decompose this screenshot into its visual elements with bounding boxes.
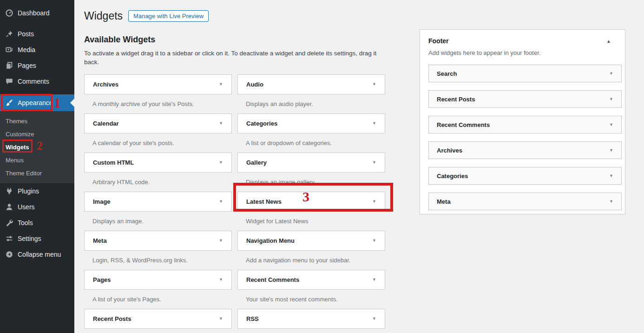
widget-cell: Image ▼ Displays an image.	[84, 192, 232, 225]
widget-description: Arbitrary HTML code.	[92, 179, 232, 186]
widget-meta[interactable]: Meta ▼	[84, 231, 232, 251]
footer-widget-categories[interactable]: Categories ▼	[428, 167, 622, 185]
widget-image[interactable]: Image ▼	[84, 192, 232, 212]
paintbrush-icon	[5, 99, 13, 107]
chevron-down-icon[interactable]: ▼	[219, 238, 223, 243]
chevron-down-icon[interactable]: ▼	[609, 71, 613, 76]
submenu-item-themes[interactable]: Themes	[0, 114, 74, 127]
widget-cell: Recent Posts ▼ Your site's most recent P…	[84, 309, 232, 333]
submenu-item-customize[interactable]: Customize	[0, 127, 74, 140]
widget-description: Displays an image.	[92, 218, 232, 225]
submenu-item-label: Menus	[6, 157, 24, 164]
sidebar-item-label: Pages	[18, 62, 36, 69]
footer-widget-recent-comments[interactable]: Recent Comments ▼	[428, 116, 622, 133]
wrench-icon	[5, 219, 13, 227]
submenu-item-theme-editor[interactable]: Theme Editor	[0, 166, 74, 180]
sidebar-item-media[interactable]: Media	[0, 42, 74, 58]
comment-bubble-icon	[5, 77, 13, 86]
widget-cell: Recent Comments ▼ Your site's most recen…	[237, 270, 385, 303]
chevron-down-icon[interactable]: ▼	[372, 316, 376, 321]
widget-description: A monthly archive of your site's Posts.	[92, 100, 232, 108]
chevron-down-icon[interactable]: ▼	[219, 82, 223, 87]
widget-title: Search	[437, 70, 457, 77]
appearance-submenu: Themes Customize Widgets Menus Theme Edi…	[0, 111, 74, 183]
camera-icon	[5, 46, 13, 54]
manage-with-live-preview-button[interactable]: Manage with Live Preview	[128, 10, 209, 22]
chevron-down-icon[interactable]: ▼	[372, 238, 376, 243]
submenu-item-label: Theme Editor	[6, 170, 42, 177]
footer-panel-title: Footer	[428, 37, 449, 45]
chevron-down-icon[interactable]: ▼	[372, 121, 376, 126]
widget-description: A list or dropdown of categories.	[246, 140, 385, 147]
available-widgets-grid: Archives ▼ A monthly archive of your sit…	[84, 74, 400, 333]
footer-widget-meta[interactable]: Meta ▼	[428, 193, 622, 210]
chevron-down-icon[interactable]: ▼	[609, 122, 613, 127]
widget-title: Calendar	[93, 120, 119, 127]
sidebar-item-appearance[interactable]: Appearance	[0, 94, 74, 111]
sidebar-item-comments[interactable]: Comments	[0, 73, 74, 89]
footer-widget-recent-posts[interactable]: Recent Posts ▼	[428, 90, 622, 108]
plug-icon	[5, 187, 13, 195]
sidebar-item-settings[interactable]: Settings	[0, 231, 74, 246]
submenu-item-widgets[interactable]: Widgets	[0, 140, 74, 153]
submenu-item-menus[interactable]: Menus	[0, 153, 74, 166]
chevron-down-icon[interactable]: ▼	[219, 316, 223, 321]
sidebar-item-posts[interactable]: Posts	[0, 26, 74, 42]
sidebar-item-label: Media	[18, 46, 35, 53]
widget-custom-html[interactable]: Custom HTML ▼	[84, 153, 232, 173]
chevron-down-icon[interactable]: ▼	[219, 277, 223, 282]
widget-title: Recent Posts	[93, 315, 131, 322]
sidebar-item-plugins[interactable]: Plugins	[0, 183, 74, 199]
widget-cell: Categories ▼ A list or dropdown of categ…	[237, 113, 385, 147]
widget-latest-news[interactable]: Latest News ▼	[237, 192, 385, 212]
chevron-down-icon[interactable]: ▼	[219, 121, 223, 126]
footer-widget-archives[interactable]: Archives ▼	[428, 141, 622, 159]
widget-rss[interactable]: RSS ▼	[237, 309, 385, 329]
sidebar-item-pages[interactable]: Pages	[0, 58, 74, 73]
widget-title: Archives	[93, 81, 118, 88]
chevron-down-icon[interactable]: ▼	[609, 97, 613, 101]
widget-title: Audio	[246, 81, 263, 88]
sidebar-item-tools[interactable]: Tools	[0, 215, 74, 231]
sidebar-item-users[interactable]: Users	[0, 199, 74, 215]
collapse-panel-icon[interactable]: ▲	[606, 39, 611, 44]
widget-categories[interactable]: Categories ▼	[237, 113, 385, 133]
page-title: Widgets	[84, 9, 123, 23]
widget-archives[interactable]: Archives ▼	[84, 74, 232, 94]
widget-title: Custom HTML	[93, 159, 134, 166]
widget-cell: RSS ▼ Entries from any RSS or Atom feed.	[237, 309, 385, 333]
chevron-down-icon[interactable]: ▼	[372, 199, 376, 204]
widget-recent-posts[interactable]: Recent Posts ▼	[84, 309, 232, 329]
widget-description: A calendar of your site's posts.	[92, 140, 232, 147]
widget-cell: Navigation Menu ▼ Add a navigation menu …	[237, 231, 385, 264]
collapse-menu-button[interactable]: Collapse menu	[0, 246, 74, 262]
chevron-down-icon[interactable]: ▼	[609, 199, 613, 204]
person-icon	[5, 203, 13, 211]
chevron-down-icon[interactable]: ▼	[372, 277, 376, 282]
chevron-down-icon[interactable]: ▼	[372, 82, 376, 87]
widget-title: Archives	[437, 147, 462, 154]
widget-audio[interactable]: Audio ▼	[237, 74, 385, 94]
widget-description: Displays an audio player.	[246, 100, 385, 108]
chevron-down-icon[interactable]: ▼	[219, 160, 223, 165]
sidebar-separator	[0, 21, 74, 26]
available-widgets-description: To activate a widget drag it to a sideba…	[84, 49, 384, 67]
widget-calendar[interactable]: Calendar ▼	[84, 113, 232, 133]
chevron-down-icon[interactable]: ▼	[372, 160, 376, 165]
widget-navigation-menu[interactable]: Navigation Menu ▼	[237, 231, 385, 251]
widget-pages[interactable]: Pages ▼	[84, 270, 232, 290]
chevron-down-icon[interactable]: ▼	[219, 199, 223, 204]
chevron-down-icon[interactable]: ▼	[609, 173, 613, 178]
sidebar-item-label: Posts	[18, 30, 34, 38]
sidebar-item-dashboard[interactable]: Dashboard	[0, 5, 74, 21]
wordpress-widgets-screen: Dashboard Posts Media Pages Comment	[0, 0, 644, 333]
widget-description: A list of your site's Pages.	[92, 296, 232, 303]
widget-recent-comments[interactable]: Recent Comments ▼	[237, 270, 385, 290]
widget-cell: Custom HTML ▼ Arbitrary HTML code.	[84, 153, 232, 186]
widget-description: Add a navigation menu to your sidebar.	[246, 257, 385, 264]
widget-gallery[interactable]: Gallery ▼	[237, 153, 385, 173]
dashboard-icon	[5, 9, 13, 17]
widget-title: Recent Comments	[437, 121, 490, 128]
footer-widget-search[interactable]: Search ▼	[428, 65, 622, 82]
chevron-down-icon[interactable]: ▼	[609, 148, 613, 153]
